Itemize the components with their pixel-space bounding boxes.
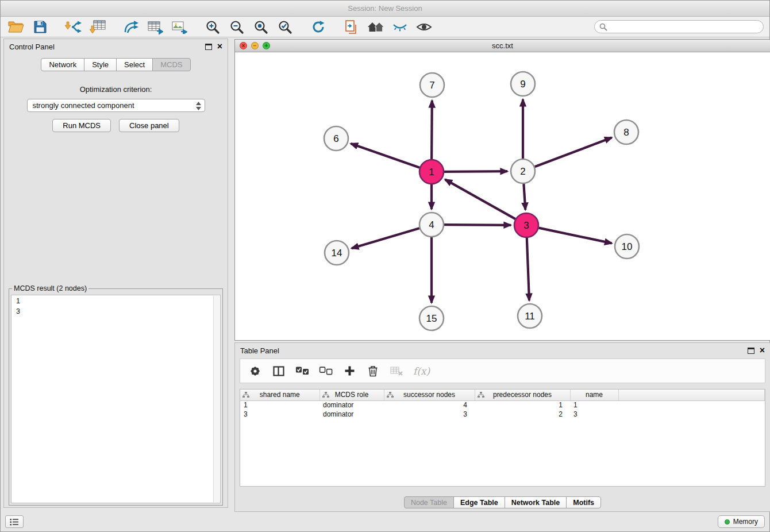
export-image-button[interactable] [167, 18, 191, 36]
minimize-window-button[interactable]: − [251, 42, 259, 49]
graph-node-9[interactable]: 9 [511, 72, 535, 96]
window-controls: × − + [240, 42, 270, 49]
window-titlebar[interactable]: Session: New Session [1, 1, 769, 17]
column-header-name[interactable]: name [570, 390, 618, 400]
graph-edge-1-7[interactable] [432, 101, 432, 159]
graph-node-3[interactable]: 3 [514, 213, 538, 237]
column-header-filler [618, 390, 765, 400]
delete-row-button[interactable] [366, 364, 380, 379]
export-image-icon [171, 20, 187, 34]
zoom-in-button[interactable] [201, 18, 225, 36]
table-cell: 4 [384, 400, 475, 410]
close-mcds-panel-button[interactable]: Close panel [119, 119, 179, 132]
network-window-titlebar[interactable]: × − + scc.txt [235, 40, 770, 52]
show-hide-button[interactable] [412, 18, 436, 36]
table-cell: 3 [384, 410, 475, 419]
eye-icon [416, 21, 432, 33]
tab-select[interactable]: Select [116, 58, 153, 71]
import-network-button[interactable] [61, 18, 86, 36]
tab-mcds[interactable]: MCDS [152, 58, 190, 71]
graph-node-7[interactable]: 7 [420, 73, 444, 97]
graph-node-1[interactable]: 1 [419, 160, 444, 184]
tab-style[interactable]: Style [84, 58, 117, 71]
graph-edge-4-3[interactable] [444, 225, 511, 225]
open-folder-icon [8, 20, 24, 34]
criterion-dropdown[interactable]: strongly connected component [27, 99, 205, 112]
float-panel-button[interactable] [205, 44, 212, 50]
graph-node-15[interactable]: 15 [419, 306, 444, 330]
table-row[interactable]: 3dominator323 [240, 410, 765, 419]
graph-node-6[interactable]: 6 [324, 126, 348, 151]
graph-edge-1-2[interactable] [444, 171, 507, 172]
close-window-button[interactable]: × [240, 42, 247, 49]
network-canvas[interactable]: 7968124314101511 [235, 52, 770, 340]
table-cell: 3 [570, 410, 618, 419]
table-toolbar: f(x) [240, 358, 765, 383]
column-header-shared-name[interactable]: shared name [240, 390, 319, 400]
graph-node-2[interactable]: 2 [511, 159, 535, 183]
zoom-fit-icon [253, 20, 268, 34]
zoom-out-button[interactable] [225, 18, 249, 36]
graph-node-label: 7 [429, 80, 434, 91]
show-column-button[interactable] [272, 364, 286, 379]
mcds-buttons-row: Run MCDS Close panel [4, 119, 228, 132]
table-cell: 1 [475, 400, 570, 410]
graph-edge-3-11[interactable] [527, 238, 529, 300]
delete-table-button[interactable] [390, 364, 403, 379]
graph-edge-1-6[interactable] [351, 144, 420, 168]
memory-button[interactable]: Memory [718, 515, 765, 528]
show-panels-button[interactable] [5, 515, 24, 528]
graph-node-11[interactable]: 11 [518, 304, 542, 328]
table-settings-button[interactable] [248, 364, 262, 379]
graph-node-8[interactable]: 8 [614, 120, 638, 144]
graph-edge-2-3[interactable] [523, 184, 525, 210]
graph-node-14[interactable]: 14 [325, 241, 349, 265]
graph-node-label: 6 [333, 133, 338, 144]
save-session-button[interactable] [28, 18, 52, 36]
add-row-button[interactable] [342, 364, 356, 379]
scrollbar[interactable] [213, 296, 220, 502]
column-header-predecessor-nodes[interactable]: predecessor nodes [475, 390, 570, 400]
clone-network-button[interactable] [340, 18, 364, 36]
memory-label: Memory [733, 518, 758, 526]
unselect-all-button[interactable] [319, 364, 333, 379]
graph-edge-3-1[interactable] [445, 179, 515, 219]
graph-edge-3-10[interactable] [539, 228, 612, 244]
graph-node-4[interactable]: 4 [419, 213, 444, 237]
tab-motifs[interactable]: Motifs [566, 496, 601, 508]
column-tree-icon [242, 392, 249, 398]
tab-node-table[interactable]: Node Table [404, 496, 454, 508]
export-table-button[interactable] [143, 18, 167, 36]
import-table-button[interactable] [86, 18, 110, 36]
run-mcds-button[interactable]: Run MCDS [52, 119, 111, 132]
graph-edge-4-14[interactable] [352, 228, 419, 248]
search-box[interactable] [594, 20, 764, 33]
float-table-panel-button[interactable] [748, 348, 754, 354]
refresh-layout-button[interactable] [306, 18, 330, 36]
table-panel-header: Table Panel × [235, 343, 770, 358]
column-header-successor-nodes[interactable]: successor nodes [384, 390, 475, 400]
zoom-fit-button[interactable] [249, 18, 273, 36]
reset-home-button[interactable] [364, 18, 388, 36]
tab-network[interactable]: Network [41, 58, 84, 71]
select-all-button[interactable] [295, 364, 309, 379]
graph-edge-2-8[interactable] [535, 138, 612, 167]
network-view-window: × − + scc.txt 7968124314101511 [234, 39, 770, 341]
search-input[interactable] [610, 22, 759, 31]
tab-network-table[interactable]: Network Table [505, 496, 567, 508]
apply-style-button[interactable] [388, 18, 412, 36]
tab-edge-table[interactable]: Edge Table [453, 496, 505, 508]
function-builder-button[interactable]: f(x) [413, 364, 430, 379]
column-tree-icon [322, 392, 329, 398]
mcds-result-item[interactable]: 3 [12, 306, 213, 317]
open-file-button[interactable] [4, 18, 28, 36]
column-header-mcds-role[interactable]: MCDS role [319, 390, 384, 400]
export-network-button[interactable] [119, 18, 143, 36]
close-control-panel-button[interactable]: × [217, 43, 222, 50]
zoom-window-button[interactable]: + [263, 42, 270, 49]
table-row[interactable]: 1dominator411 [240, 400, 765, 410]
mcds-result-item[interactable]: 1 [12, 296, 213, 306]
zoom-selected-button[interactable] [273, 18, 297, 36]
graph-node-10[interactable]: 10 [615, 234, 639, 259]
close-table-panel-button[interactable]: × [760, 347, 765, 354]
